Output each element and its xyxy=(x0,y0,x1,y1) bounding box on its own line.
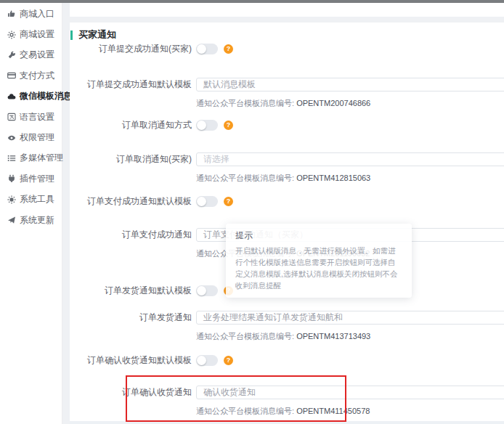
sidebar-item-label: 交易设置 xyxy=(20,49,54,61)
order-cancel-template-select[interactable]: 请选择 xyxy=(196,152,504,166)
field-label: 订单支付成功通知默认模板 xyxy=(70,195,192,208)
tools-gear-icon xyxy=(7,195,16,204)
order-pay-notify-toggle[interactable] xyxy=(196,196,218,207)
template-code-caption: 通知公众平台模板消息编号: OPENTM412815063 xyxy=(196,173,370,184)
buyer-notification-panel: 买家通知 订单提交成功通知(买家) ? 订单提交成功通知默认模板 默认消息模板 … xyxy=(70,23,504,421)
sidebar-item-label: 支付方式 xyxy=(20,70,54,82)
sidebar-item-label: 权限管理 xyxy=(20,131,54,144)
order-submit-template-select[interactable]: 默认消息模板 xyxy=(196,78,504,91)
order-ship-template-select[interactable]: 业务处理结果通知订单发货通知航和 xyxy=(196,311,504,325)
sidebar-item-multimedia-management[interactable]: 多媒体管理 xyxy=(0,148,62,168)
wrench-icon xyxy=(7,50,16,60)
list-icon xyxy=(7,153,16,163)
plugin-icon xyxy=(7,174,16,184)
sidebar-item-mall-entry[interactable]: 商城入口 xyxy=(0,4,62,24)
help-icon[interactable]: ? xyxy=(224,356,233,365)
order-submit-notify-toggle[interactable] xyxy=(196,44,218,54)
field-label: 订单确认收货通知 xyxy=(70,386,192,399)
field-label: 订单取消通知方式 xyxy=(70,119,192,131)
sidebar-item-system-update[interactable]: 系统更新 xyxy=(0,210,62,230)
toggle-row-order-confirm-receipt: 订单确认收货通知默认模板 ? xyxy=(70,354,504,367)
caption-prefix: 通知公众平台模板消息编号: xyxy=(196,332,296,341)
gear-icon xyxy=(7,30,16,39)
help-icon[interactable]: ? xyxy=(224,44,233,54)
sidebar-item-system-tools[interactable]: 系统工具 xyxy=(0,189,62,210)
content-top-band xyxy=(70,17,504,23)
help-tooltip: 提示 开启默认模版消息，无需进行额外设置。如需进行个性化模版推送信息需要开启按钮… xyxy=(226,224,412,298)
field-label: 订单提交成功通知(买家) xyxy=(70,43,192,55)
sidebar-item-label: 微信模板消息 xyxy=(20,90,72,102)
sidebar-item-plugin-management[interactable]: 插件管理 xyxy=(0,168,62,189)
credit-card-icon xyxy=(7,71,16,81)
help-icon[interactable]: ? xyxy=(224,121,233,130)
eye-icon xyxy=(7,133,16,142)
language-icon xyxy=(7,113,16,122)
input-row-order-cancel: 订单取消通知(买家) 请选择 xyxy=(70,152,504,166)
select-placeholder: 请选择 xyxy=(203,153,229,166)
section-header: 买家通知 xyxy=(70,28,116,41)
caption-prefix: 通知公众平台模板消息编号: xyxy=(196,99,296,107)
template-code: OPENTM200746866 xyxy=(296,99,370,107)
order-ship-notify-toggle[interactable] xyxy=(196,285,218,296)
help-icon[interactable]: ? xyxy=(224,197,233,206)
wechat-cloud-icon xyxy=(7,91,16,101)
field-label: 订单取消通知(买家) xyxy=(70,153,192,166)
sidebar-item-label: 多媒体管理 xyxy=(20,152,63,164)
settings-sidebar: 商城入口 商城设置 交易设置 支付方式 微信模板消息 语言设置 xyxy=(0,3,62,424)
sidebar-item-label: 系统工具 xyxy=(20,193,54,205)
sidebar-item-label: 商城设置 xyxy=(20,28,54,41)
input-row-order-ship: 订单发货通知 业务处理结果通知订单发货通知航和 xyxy=(70,311,504,325)
toggle-row-order-pay: 订单支付成功通知默认模板 ? xyxy=(70,195,504,208)
sidebar-item-wechat-template-messages[interactable]: 微信模板消息 xyxy=(0,86,62,107)
template-code: OPENTM411450578 xyxy=(296,407,370,415)
order-confirm-receipt-template-select[interactable]: 确认收货通知 xyxy=(196,386,504,399)
top-browser-bar xyxy=(0,0,504,3)
sidebar-item-label: 语言设置 xyxy=(20,111,54,123)
field-label: 订单支付成功通知 xyxy=(70,229,192,241)
toggle-row-order-submit: 订单提交成功通知(买家) ? xyxy=(70,43,504,55)
sidebar-item-language-settings[interactable]: 语言设置 xyxy=(0,107,62,127)
sidebar-item-label: 插件管理 xyxy=(20,173,54,185)
section-title: 买家通知 xyxy=(78,28,116,41)
select-value: 业务处理结果通知订单发货通知航和 xyxy=(203,311,343,324)
thumb-up-icon xyxy=(7,9,16,19)
tooltip-body: 开启默认模版消息，无需进行额外设置。如需进行个性化模版推送信息需要开启按钮则可选… xyxy=(235,245,402,291)
sidebar-item-label: 商城入口 xyxy=(20,8,54,20)
template-code-caption: 通知公众平台模板消息编号: OPENTM411450578 xyxy=(196,406,370,417)
field-label: 订单提交成功通知默认模板 xyxy=(70,78,192,91)
input-row-order-confirm-receipt: 订单确认收货通知 确认收货通知 xyxy=(70,386,504,399)
sidebar-item-mall-settings[interactable]: 商城设置 xyxy=(0,24,62,44)
tooltip-title: 提示 xyxy=(235,229,402,242)
template-code-caption: 通知公众平台模板消息编号: OPENTM200746866 xyxy=(196,98,370,109)
template-code-caption: 通知公众平台模板消息编号: OPENTM413713493 xyxy=(196,331,370,342)
field-label: 订单发货通知 xyxy=(70,311,192,324)
template-code: OPENTM412815063 xyxy=(296,174,370,182)
field-label: 订单发货通知默认模板 xyxy=(70,285,192,297)
sidebar-content-gap xyxy=(62,3,70,424)
toggle-row-order-cancel: 订单取消通知方式 ? xyxy=(70,119,504,131)
order-cancel-notify-toggle[interactable] xyxy=(196,120,218,131)
sidebar-item-permission-management[interactable]: 权限管理 xyxy=(0,127,62,147)
sidebar-item-payment-methods[interactable]: 支付方式 xyxy=(0,65,62,86)
sidebar-item-trade-settings[interactable]: 交易设置 xyxy=(0,45,62,65)
caption-prefix: 通知公众平台模板消息编号: xyxy=(196,407,296,415)
paper-plane-icon xyxy=(7,216,16,225)
content-bottom-band xyxy=(70,421,504,424)
caption-prefix: 通知公众平台模板消息编号: xyxy=(196,174,296,182)
template-code: OPENTM413713493 xyxy=(296,332,370,341)
order-confirm-receipt-notify-toggle[interactable] xyxy=(196,355,218,366)
section-accent-bar xyxy=(70,30,73,40)
input-row-order-submit-template: 订单提交成功通知默认模板 默认消息模板 xyxy=(70,78,504,91)
sidebar-item-label: 系统更新 xyxy=(20,214,54,227)
field-label: 订单确认收货通知默认模板 xyxy=(70,354,192,367)
select-value: 确认收货通知 xyxy=(203,386,256,399)
select-value: 默认消息模板 xyxy=(203,78,256,91)
